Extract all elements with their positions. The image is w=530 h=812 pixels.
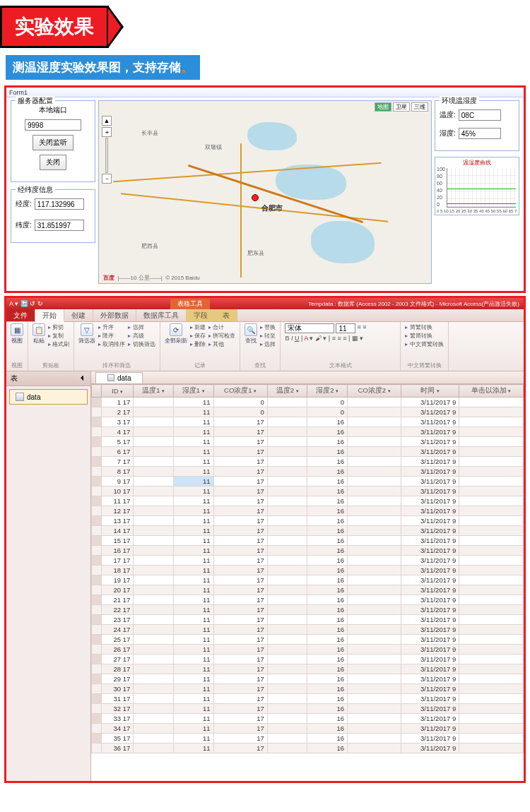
table-cell[interactable]: 3/11/2017 9 xyxy=(401,407,459,417)
tab-home[interactable]: 开始 xyxy=(35,309,64,322)
table-cell[interactable] xyxy=(348,407,401,417)
cn-convert-button[interactable]: 中文简繁转换 xyxy=(405,340,443,348)
table-cell[interactable]: 17 xyxy=(213,664,267,674)
table-cell[interactable]: 11 xyxy=(173,496,213,506)
table-cell[interactable] xyxy=(267,447,307,457)
table-cell[interactable]: 16 xyxy=(307,556,348,566)
table-cell[interactable]: 3/11/2017 9 xyxy=(401,585,459,595)
chevron-left-icon[interactable]: ⏴ xyxy=(79,374,86,383)
table-cell[interactable]: 3/11/2017 9 xyxy=(401,496,459,506)
table-cell[interactable] xyxy=(459,526,524,536)
table-cell[interactable] xyxy=(459,477,524,486)
table-row[interactable]: 14 171117163/11/2017 9 xyxy=(92,526,524,536)
totals-button[interactable]: 合计 xyxy=(208,323,235,331)
table-cell[interactable]: 30 17 xyxy=(102,684,134,694)
table-cell[interactable] xyxy=(134,457,174,467)
table-cell[interactable]: 11 xyxy=(173,585,213,595)
table-cell[interactable]: 26 17 xyxy=(102,645,134,655)
table-cell[interactable]: 3/11/2017 9 xyxy=(401,645,459,655)
table-cell[interactable]: 3/11/2017 9 xyxy=(401,575,459,585)
lat-input[interactable] xyxy=(35,220,84,231)
table-cell[interactable]: 17 xyxy=(213,684,267,694)
table-cell[interactable] xyxy=(134,595,174,605)
table-cell[interactable]: 11 xyxy=(173,536,213,546)
table-cell[interactable]: 17 xyxy=(213,526,267,536)
tab-fields[interactable]: 字段 xyxy=(187,309,216,321)
table-cell[interactable]: 9 17 xyxy=(102,477,134,486)
table-cell[interactable]: 31 17 xyxy=(102,694,134,704)
table-cell[interactable]: 17 xyxy=(213,427,267,437)
table-cell[interactable] xyxy=(348,526,401,536)
table-cell[interactable]: 11 xyxy=(173,457,213,467)
view-button[interactable]: ▦视图 xyxy=(11,323,23,345)
table-cell[interactable]: 11 xyxy=(173,674,213,684)
table-cell[interactable]: 16 xyxy=(307,704,348,714)
table-cell[interactable] xyxy=(134,506,174,516)
table-cell[interactable]: 7 17 xyxy=(102,457,134,467)
table-cell[interactable]: 16 xyxy=(307,605,348,615)
chs2cht-button[interactable]: 简繁转换 xyxy=(405,323,443,331)
table-cell[interactable] xyxy=(348,615,401,625)
table-row[interactable]: 34 171117163/11/2017 9 xyxy=(92,724,524,734)
table-cell[interactable] xyxy=(92,566,102,575)
table-cell[interactable] xyxy=(267,437,307,447)
table-cell[interactable] xyxy=(267,625,307,635)
table-cell[interactable]: 3/11/2017 9 xyxy=(401,615,459,625)
table-cell[interactable] xyxy=(92,546,102,556)
table-cell[interactable]: 3/11/2017 9 xyxy=(401,595,459,605)
table-cell[interactable] xyxy=(348,506,401,516)
column-header[interactable]: 单击以添加 ▾ xyxy=(459,385,524,398)
table-cell[interactable] xyxy=(348,635,401,645)
cht2chs-button[interactable]: 繁简转换 xyxy=(405,332,443,340)
table-cell[interactable]: 3/11/2017 9 xyxy=(401,704,459,714)
table-cell[interactable]: 24 17 xyxy=(102,625,134,635)
filter-button[interactable]: ▽筛选器 xyxy=(78,323,95,345)
table-cell[interactable]: 17 xyxy=(213,585,267,595)
tab-external[interactable]: 外部数据 xyxy=(93,309,136,321)
table-cell[interactable]: 16 xyxy=(307,477,348,486)
table-cell[interactable]: 3/11/2017 9 xyxy=(401,457,459,467)
listen-button[interactable]: 关闭监听 xyxy=(33,135,73,150)
table-row[interactable]: 29 171117163/11/2017 9 xyxy=(92,674,524,684)
table-cell[interactable] xyxy=(267,566,307,575)
table-cell[interactable]: 3/11/2017 9 xyxy=(401,556,459,566)
table-cell[interactable] xyxy=(134,615,174,625)
table-row[interactable]: 26 171117163/11/2017 9 xyxy=(92,645,524,655)
table-cell[interactable]: 17 xyxy=(213,457,267,467)
indent-icons[interactable]: ≡ ≡ xyxy=(357,323,366,333)
table-cell[interactable]: 0 xyxy=(307,398,348,407)
table-cell[interactable]: 17 xyxy=(213,516,267,526)
table-cell[interactable] xyxy=(267,744,307,753)
table-row[interactable]: 22 171117163/11/2017 9 xyxy=(92,605,524,615)
table-cell[interactable] xyxy=(459,427,524,437)
table-cell[interactable]: 16 xyxy=(307,655,348,664)
table-cell[interactable] xyxy=(134,635,174,645)
table-cell[interactable]: 28 17 xyxy=(102,664,134,674)
table-cell[interactable]: 3/11/2017 9 xyxy=(401,714,459,724)
find-button[interactable]: 🔍查找 xyxy=(245,323,257,345)
select-button[interactable]: 选择 xyxy=(260,340,276,348)
table-cell[interactable] xyxy=(267,556,307,566)
nav-header[interactable]: 表⏴ xyxy=(6,371,90,386)
table-cell[interactable]: 17 xyxy=(213,625,267,635)
table-cell[interactable] xyxy=(348,694,401,704)
table-row[interactable]: 13 171117163/11/2017 9 xyxy=(92,516,524,526)
table-cell[interactable] xyxy=(92,575,102,585)
table-cell[interactable]: 11 xyxy=(173,477,213,486)
column-header[interactable]: 湿度1 ▾ xyxy=(173,385,213,398)
table-cell[interactable] xyxy=(134,447,174,457)
table-cell[interactable] xyxy=(267,536,307,546)
table-cell[interactable]: 16 xyxy=(307,595,348,605)
table-cell[interactable] xyxy=(459,674,524,684)
table-cell[interactable]: 20 17 xyxy=(102,585,134,595)
table-cell[interactable] xyxy=(267,734,307,744)
cut-button[interactable]: 剪切 xyxy=(48,323,69,331)
table-cell[interactable] xyxy=(134,655,174,664)
table-row[interactable]: 30 171117163/11/2017 9 xyxy=(92,684,524,694)
table-cell[interactable] xyxy=(134,585,174,595)
table-cell[interactable] xyxy=(267,467,307,477)
table-cell[interactable]: 16 xyxy=(307,575,348,585)
table-cell[interactable]: 27 17 xyxy=(102,655,134,664)
table-cell[interactable] xyxy=(134,417,174,427)
table-cell[interactable] xyxy=(267,674,307,684)
